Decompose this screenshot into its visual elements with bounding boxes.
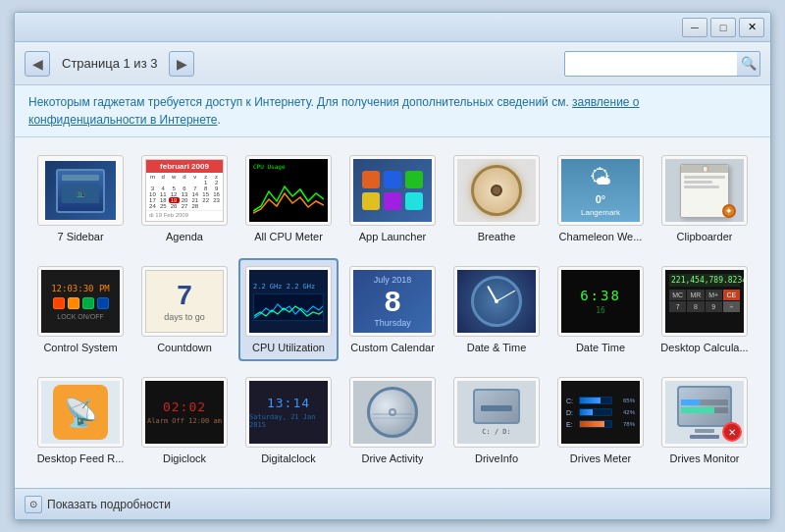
details-expand-icon: ⊙ (25, 496, 42, 513)
gadget-label-applauncher: App Launcher (359, 231, 427, 242)
gadget-thumb-breathe (453, 155, 540, 226)
gadget-thumb-drivesmeter: C: 65% D: 42% (557, 377, 644, 448)
close-button[interactable]: ✕ (739, 18, 764, 37)
gadget-item-cpuutilization[interactable]: 2.2 GHz 2.2 GHz CPU Utilization (238, 258, 339, 361)
gadget-label-7sidebar: 7 Sidebar (57, 231, 103, 242)
info-bar: Некоторым гаджетам требуется доступ к Ин… (15, 85, 770, 137)
show-details-button[interactable]: ⊙ Показать подробности (25, 496, 171, 513)
gadget-item-breathe[interactable]: Breathe (446, 147, 547, 250)
gadget-thumb-clipboarder: 📋 ✦ (661, 155, 748, 226)
titlebar: ─ □ ✕ (15, 13, 770, 42)
gadget-item-digitalclock[interactable]: 13:14 Saturday, 21 Jan 2015 Digitalclock (238, 369, 339, 472)
search-button[interactable]: 🔍 (737, 51, 760, 77)
gadget-item-digiclock[interactable]: 02:02 Alarm Off 12:00 am Digiclock (134, 369, 235, 472)
gadget-label-digitalclock: Digitalclock (261, 452, 316, 464)
gadget-item-datetime2[interactable]: 6:38 16 Date Time (550, 258, 651, 361)
gadget-label-datetime2: Date Time (576, 342, 625, 353)
gadget-item-7sidebar[interactable]: 📺 7 Sidebar (30, 147, 131, 250)
gadget-item-datetime[interactable]: Date & Time (446, 258, 547, 361)
gadget-item-agenda[interactable]: februari 2009 mdwdvzz 12 3456789 1011121… (134, 147, 235, 250)
gadget-thumb-cpuutilization: 2.2 GHz 2.2 GHz (245, 266, 332, 337)
gadgets-window: ─ □ ✕ ◀ Страница 1 из 3 ▶ 🔍 Некоторым га… (14, 12, 771, 520)
gadget-thumb-customcalendar: July 2018 8 Thursday (349, 266, 436, 337)
gadget-label-drivesmonitor: Drives Monitor (670, 452, 740, 464)
statusbar: ⊙ Показать подробности (15, 488, 770, 519)
gadget-item-desktopcalc[interactable]: 221,454,789.8234 MC MR M+ CE 7 8 9 ÷ (654, 258, 755, 361)
next-button[interactable]: ▶ (169, 51, 194, 77)
prev-button[interactable]: ◀ (25, 51, 50, 77)
gadget-label-chameleon: Chameleon We... (559, 231, 643, 242)
search-input[interactable] (564, 51, 741, 77)
gadget-item-drivesmeter[interactable]: C: 65% D: 42% (550, 369, 651, 472)
maximize-button[interactable]: □ (710, 18, 736, 37)
gadget-thumb-desktopcalc: 221,454,789.8234 MC MR M+ CE 7 8 9 ÷ (661, 266, 748, 337)
gadget-label-countdown: Countdown (157, 342, 212, 353)
gadget-thumb-controlsystem: 12:03:30 PM LOCK ON/OFF (37, 266, 124, 337)
info-text: Некоторым гаджетам требуется доступ к Ин… (28, 95, 640, 127)
gadget-label-controlsystem: Control System (43, 342, 117, 353)
gadgets-area: 📺 7 Sidebar februari 2009 mdwdvzz 12 (15, 137, 770, 488)
gadget-thumb-datetime2: 6:38 16 (557, 266, 644, 337)
gadget-thumb-countdown: 7 days to go (141, 266, 228, 337)
gadget-thumb-chameleon: 🌤 0° Langemark (557, 155, 644, 226)
gadget-thumb-agenda: februari 2009 mdwdvzz 12 3456789 1011121… (141, 155, 228, 226)
gadget-item-driveactivity[interactable]: Drive Activity (342, 369, 443, 472)
gadget-item-clipboarder[interactable]: 📋 ✦ Clipboarder (654, 147, 755, 250)
gadget-item-chameleon[interactable]: 🌤 0° Langemark Chameleon We... (550, 147, 651, 250)
gadget-label-clipboarder: Clipboarder (677, 231, 733, 242)
gadget-item-applauncher[interactable]: App Launcher (342, 147, 443, 250)
details-label: Показать подробности (47, 498, 171, 511)
gadget-label-customcalendar: Custom Calendar (350, 342, 435, 353)
gadget-thumb-desktopfeed: 📡 (37, 377, 124, 448)
gadgets-grid: 📺 7 Sidebar februari 2009 mdwdvzz 12 (30, 147, 755, 472)
toolbar: ◀ Страница 1 из 3 ▶ 🔍 (15, 42, 770, 85)
gadget-label-driveinfo: DriveInfo (475, 452, 518, 464)
gadget-label-cpuutilization: CPU Utilization (252, 342, 325, 353)
gadget-item-countdown[interactable]: 7 days to go Countdown (134, 258, 235, 361)
gadget-item-desktopfeed[interactable]: 📡 Desktop Feed R... (30, 369, 131, 472)
gadget-item-drivesmonitor[interactable]: ✕ Drives Monitor (654, 369, 755, 472)
gadget-thumb-7sidebar: 📺 (37, 155, 124, 226)
gadget-label-breathe: Breathe (478, 231, 516, 242)
gadget-thumb-applauncher (349, 155, 436, 226)
gadget-label-digiclock: Digiclock (163, 452, 206, 464)
privacy-link[interactable]: заявление о конфиденциальности в Интерне… (28, 95, 640, 127)
gadget-item-controlsystem[interactable]: 12:03:30 PM LOCK ON/OFF Control System (30, 258, 131, 361)
search-icon: 🔍 (741, 56, 757, 71)
gadget-label-drivesmeter: Drives Meter (570, 452, 631, 464)
minimize-button[interactable]: ─ (682, 18, 707, 37)
gadget-thumb-allcpumeter: CPU Usage (245, 155, 332, 226)
gadget-label-datetime: Date & Time (467, 342, 527, 353)
page-label: Страница 1 из 3 (62, 56, 157, 71)
gadget-thumb-datetime (453, 266, 540, 337)
gadget-label-driveactivity: Drive Activity (362, 452, 424, 464)
gadget-item-allcpumeter[interactable]: CPU Usage All CPU Meter (238, 147, 339, 250)
gadget-item-driveinfo[interactable]: C: / D: DriveInfo (446, 369, 547, 472)
search-area: 🔍 (564, 51, 760, 77)
gadget-label-desktopcalc: Desktop Calcula... (660, 342, 748, 353)
gadget-thumb-driveinfo: C: / D: (453, 377, 540, 448)
gadget-label-allcpumeter: All CPU Meter (254, 231, 323, 242)
gadget-thumb-driveactivity (349, 377, 436, 448)
gadget-item-customcalendar[interactable]: July 2018 8 Thursday Custom Calendar (342, 258, 443, 361)
gadget-thumb-digitalclock: 13:14 Saturday, 21 Jan 2015 (245, 377, 332, 448)
gadget-thumb-digiclock: 02:02 Alarm Off 12:00 am (141, 377, 228, 448)
gadget-thumb-drivesmonitor: ✕ (661, 377, 748, 448)
gadget-label-agenda: Agenda (166, 231, 203, 242)
gadget-label-desktopfeed: Desktop Feed R... (37, 452, 125, 464)
